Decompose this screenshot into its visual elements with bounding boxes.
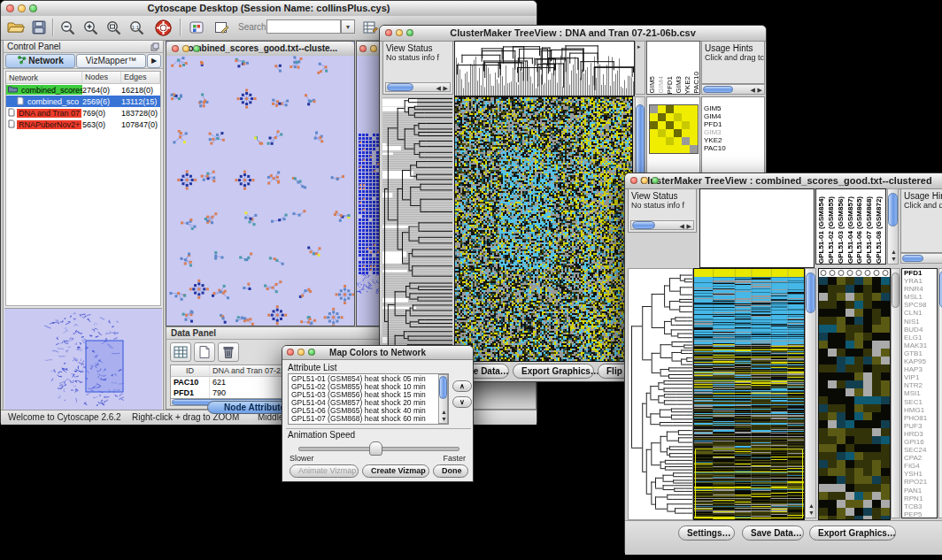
gene-label[interactable]: HAP3 — [902, 365, 937, 373]
gene-label[interactable]: CPA2 — [902, 454, 937, 462]
attribute-item[interactable]: GPL51-07 (GSM868) heat shock 60 min — [289, 415, 437, 423]
gene-label[interactable]: FIG4 — [902, 462, 937, 470]
scrollbar-thumb[interactable] — [888, 193, 898, 226]
search-input[interactable] — [266, 19, 341, 34]
scroll-down-icon[interactable]: ▼ — [808, 510, 815, 516]
zoom-button[interactable] — [193, 45, 200, 52]
gene-label[interactable]: PHO81 — [902, 414, 937, 422]
gene-label[interactable]: PFD1 — [702, 120, 764, 128]
table-edit-icon[interactable] — [360, 18, 380, 37]
view-status-scrollbar[interactable]: ◀ ▶ — [630, 220, 694, 230]
gene-label[interactable]: HMG1 — [902, 406, 937, 414]
minimize-button[interactable] — [182, 45, 189, 52]
save-session-button[interactable] — [29, 18, 49, 37]
gene-label[interactable]: MSL1 — [902, 293, 937, 301]
zoom-button[interactable] — [406, 29, 413, 36]
export-graphics-button[interactable]: Export Graphics… — [809, 525, 896, 541]
heatmap-canvas[interactable] — [454, 96, 633, 362]
close-button[interactable] — [172, 45, 179, 52]
gene-label[interactable]: YRA1 — [902, 277, 937, 285]
gene-label[interactable]: PAC10 — [702, 144, 764, 152]
zoom-fit-icon[interactable]: 1:1 — [127, 18, 146, 37]
gene-label[interactable]: GPI16 — [902, 438, 937, 446]
export-graphics-button[interactable]: Export Graphics… — [513, 364, 594, 379]
gene-label[interactable]: GIM4 — [702, 112, 764, 120]
overview-canvas[interactable] — [4, 309, 162, 414]
row-dendrogram-canvas[interactable] — [382, 96, 452, 362]
network-row[interactable]: DNA and Tran 07 769(0) 183728(0) — [6, 107, 160, 119]
zoom-out-icon[interactable] — [58, 18, 77, 37]
gene-label[interactable]: CLN1 — [902, 309, 937, 317]
column-labels-scrollbar[interactable]: ▲ ▼ — [887, 188, 899, 265]
search-dropdown-button[interactable]: ▾ — [341, 19, 355, 34]
zoom-selected-icon[interactable] — [104, 18, 123, 37]
gene-label[interactable]: MAK31 — [902, 341, 937, 349]
gene-label[interactable]: NTR2 — [902, 381, 937, 389]
done-button[interactable]: Done — [433, 464, 468, 478]
attribute-select-icon[interactable] — [170, 342, 191, 362]
scrollbar-thumb[interactable] — [632, 221, 655, 229]
scrollbar-thumb[interactable] — [892, 272, 900, 308]
move-up-button[interactable]: ∧ — [452, 380, 472, 392]
minimize-button[interactable] — [641, 177, 648, 184]
gene-label[interactable]: VIP1 — [902, 373, 937, 381]
scroll-left-icon[interactable]: ◀ — [436, 85, 441, 91]
network-row[interactable]: combined_scores 2764(0) 16218(0) — [6, 84, 160, 96]
heatmap-canvas[interactable] — [693, 268, 805, 520]
scroll-right-icon[interactable]: ▶ — [758, 87, 762, 93]
move-down-button[interactable]: ∨ — [452, 396, 472, 408]
gene-label[interactable]: GTB1 — [902, 349, 937, 357]
main-titlebar[interactable]: Cytoscape Desktop (Session Name: collins… — [1, 1, 537, 17]
gene-label[interactable]: SEC24 — [902, 446, 937, 454]
scroll-left-icon[interactable]: ◀ — [680, 223, 684, 229]
gene-label[interactable]: TCB3 — [902, 502, 937, 510]
zoom-button[interactable] — [308, 349, 315, 356]
scroll-up-icon[interactable]: ▲ — [891, 249, 897, 255]
birdseye-overview[interactable] — [4, 308, 162, 413]
scroll-left-icon[interactable]: ◀ — [751, 87, 755, 93]
col-nodes[interactable]: Nodes — [82, 72, 121, 83]
scroll-right-icon[interactable]: ▶ — [444, 85, 448, 91]
gene-label[interactable]: SEC1 — [902, 398, 937, 406]
scrollbar-thumb[interactable] — [703, 86, 733, 93]
gene-label[interactable]: NIS1 — [902, 318, 937, 326]
zoom-button[interactable] — [652, 177, 659, 184]
gene-list-scrollbar[interactable]: ▲ ▼ — [938, 268, 942, 518]
gene-label[interactable]: KAP95 — [902, 357, 937, 365]
save-data-button[interactable]: Save Data… — [742, 525, 804, 541]
close-button[interactable] — [359, 45, 367, 52]
tab-network[interactable]: Network — [5, 54, 75, 68]
speed-slider-thumb[interactable] — [369, 441, 382, 456]
minimize-button[interactable] — [396, 29, 403, 36]
listbox-scrollbar[interactable]: ▲ ▼ — [438, 374, 448, 424]
network-canvas[interactable] — [166, 56, 354, 326]
scrollbar-thumb[interactable] — [439, 376, 447, 399]
gene-label[interactable]: ELG1 — [902, 334, 937, 341]
scroll-right-icon[interactable]: ▶ — [687, 223, 691, 229]
row-dendrogram-canvas[interactable] — [628, 268, 693, 520]
zoom-in-icon[interactable] — [81, 18, 100, 37]
scrollbar-thumb[interactable] — [902, 255, 923, 262]
gene-label[interactable]: PUF3 — [902, 422, 937, 430]
dialog-titlebar[interactable]: Map Colors to Network — [282, 346, 473, 360]
animate-vizmap-button[interactable]: Animate Vizmap — [290, 464, 359, 478]
gene-label[interactable]: PEP5 — [902, 510, 937, 518]
zoom-heatmap-canvas[interactable] — [818, 268, 891, 520]
scrollbar-thumb[interactable] — [387, 83, 413, 91]
network-view-titlebar[interactable]: combined_scores_good.txt--cluste... — [166, 42, 354, 57]
tab-overflow-button[interactable]: ▶ — [147, 54, 161, 68]
close-button[interactable] — [385, 29, 392, 36]
gene-label[interactable]: RPO21 — [902, 478, 937, 486]
column-dendrogram-canvas[interactable] — [454, 41, 635, 96]
minimize-button[interactable] — [18, 4, 26, 12]
gene-label[interactable]: YSH1 — [902, 470, 937, 478]
float-panel-icon[interactable] — [151, 42, 159, 53]
gene-label[interactable]: BUD4 — [902, 326, 937, 334]
delete-attribute-icon[interactable] — [218, 342, 239, 362]
scroll-down-icon[interactable]: ▼ — [441, 416, 447, 422]
minimize-button[interactable] — [370, 45, 377, 52]
col-id[interactable]: ID — [171, 365, 210, 376]
settings-button[interactable]: Settings… — [678, 525, 735, 541]
gene-label[interactable]: RPN1 — [902, 495, 937, 502]
gene-label[interactable]: YKE2 — [702, 136, 764, 144]
